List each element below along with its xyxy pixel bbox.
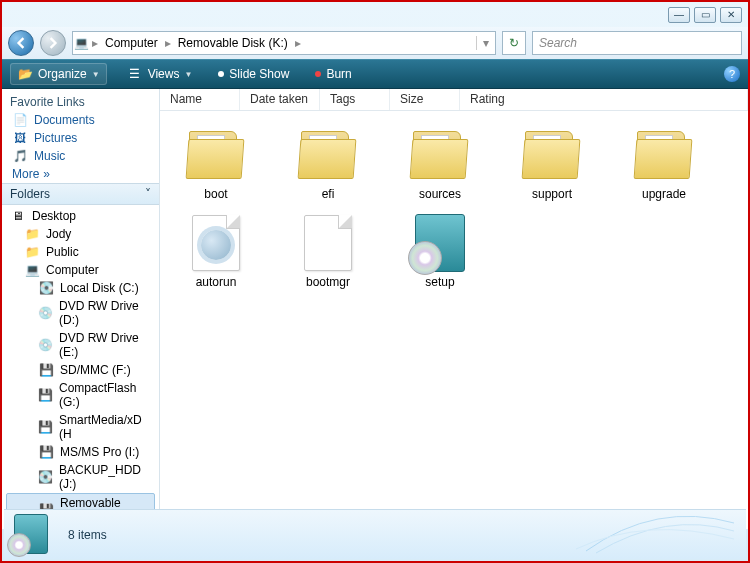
folder-item[interactable]: efi <box>282 123 374 201</box>
navigation-pane: Favorite Links 📄Documents🖼Pictures🎵Music… <box>2 89 160 529</box>
tree-icon: 💿 <box>38 306 53 320</box>
col-rating[interactable]: Rating <box>460 89 748 110</box>
tree-node[interactable]: 💽BACKUP_HDD (J:) <box>2 461 159 493</box>
col-tags[interactable]: Tags <box>320 89 390 110</box>
main: Favorite Links 📄Documents🖼Pictures🎵Music… <box>2 89 748 529</box>
toolbar: 📂 Organize▼ ☰ Views▼ Slide Show Burn ? <box>2 59 748 89</box>
organize-button[interactable]: 📂 Organize▼ <box>10 63 107 85</box>
col-size[interactable]: Size <box>390 89 460 110</box>
file-icon <box>293 211 363 275</box>
item-label: autorun <box>196 275 237 289</box>
status-count: 8 items <box>68 528 107 542</box>
column-headers: Name Date taken Tags Size Rating <box>160 89 748 111</box>
tree-icon: 📁 <box>24 227 40 241</box>
file-item[interactable]: setup <box>394 211 486 289</box>
tree-node[interactable]: 📁Public <box>2 243 159 261</box>
tree-icon: 💽 <box>38 470 53 484</box>
folder-icon <box>629 123 699 187</box>
folder-item[interactable]: support <box>506 123 598 201</box>
close-button[interactable]: ✕ <box>720 7 742 23</box>
item-label: sources <box>419 187 461 201</box>
folders-header[interactable]: Folders ˅ <box>2 183 159 205</box>
tree-icon: 💿 <box>38 338 53 352</box>
favorites-more[interactable]: More» <box>2 165 159 183</box>
breadcrumb-removable-disk[interactable]: Removable Disk (K:) <box>174 36 292 50</box>
favorite-link[interactable]: 🖼Pictures <box>2 129 159 147</box>
tree-node[interactable]: 💾SmartMedia/xD (H <box>2 411 159 443</box>
fav-icon: 🎵 <box>12 149 28 163</box>
decoration <box>576 511 736 555</box>
computer-icon: 💻 <box>73 36 89 50</box>
folder-item[interactable]: boot <box>170 123 262 201</box>
col-date[interactable]: Date taken <box>240 89 320 110</box>
tree-icon: 💾 <box>38 363 54 377</box>
titlebar: — ▭ ✕ <box>2 2 748 27</box>
favorites-header: Favorite Links <box>2 89 159 111</box>
item-label: support <box>532 187 572 201</box>
burn-icon <box>315 71 321 77</box>
status-thumb <box>14 514 56 556</box>
tree-node[interactable]: 💿DVD RW Drive (E:) <box>2 329 159 361</box>
file-grid: bootefisourcessupportupgradeautorunbootm… <box>160 111 748 529</box>
address-dropdown[interactable]: ▾ <box>476 36 495 50</box>
item-label: upgrade <box>642 187 686 201</box>
breadcrumb-computer[interactable]: Computer <box>101 36 162 50</box>
tree-node[interactable]: 🖥Desktop <box>2 207 159 225</box>
slideshow-icon <box>218 71 224 77</box>
refresh-button[interactable]: ↻ <box>502 31 526 55</box>
col-name[interactable]: Name <box>160 89 240 110</box>
tree-node[interactable]: 💾CompactFlash (G:) <box>2 379 159 411</box>
folder-icon <box>517 123 587 187</box>
item-label: bootmgr <box>306 275 350 289</box>
tree-icon: 💽 <box>38 281 54 295</box>
tree-icon: 💾 <box>38 388 53 402</box>
tree-icon: 💻 <box>24 263 40 277</box>
minimize-button[interactable]: — <box>668 7 690 23</box>
slideshow-button[interactable]: Slide Show <box>212 64 295 84</box>
chevron-down-icon: ˅ <box>145 187 151 201</box>
help-button[interactable]: ? <box>724 66 740 82</box>
folder-item[interactable]: upgrade <box>618 123 710 201</box>
views-button[interactable]: ☰ Views▼ <box>121 64 199 84</box>
tree-node[interactable]: 📁Jody <box>2 225 159 243</box>
item-label: boot <box>204 187 227 201</box>
setup-icon <box>405 211 475 275</box>
tree-icon: 🖥 <box>10 209 26 223</box>
tree-icon: 📁 <box>24 245 40 259</box>
file-item[interactable]: autorun <box>170 211 262 289</box>
folder-icon <box>405 123 475 187</box>
maximize-button[interactable]: ▭ <box>694 7 716 23</box>
organize-icon: 📂 <box>17 67 33 81</box>
search-input[interactable]: Search <box>532 31 742 55</box>
item-label: setup <box>425 275 454 289</box>
tree-node[interactable]: 💿DVD RW Drive (D:) <box>2 297 159 329</box>
folder-tree: 🖥Desktop📁Jody📁Public💻Computer💽Local Disk… <box>2 205 159 529</box>
fav-icon: 📄 <box>12 113 28 127</box>
status-bar: 8 items <box>4 509 746 559</box>
back-button[interactable] <box>8 30 34 56</box>
tree-icon: 💾 <box>38 445 54 459</box>
folder-icon <box>181 123 251 187</box>
folder-icon <box>293 123 363 187</box>
autorun-icon <box>181 211 251 275</box>
favorite-link[interactable]: 🎵Music <box>2 147 159 165</box>
address-bar[interactable]: 💻 ▸ Computer ▸ Removable Disk (K:) ▸ ▾ <box>72 31 496 55</box>
tree-node[interactable]: 💾MS/MS Pro (I:) <box>2 443 159 461</box>
navbar: 💻 ▸ Computer ▸ Removable Disk (K:) ▸ ▾ ↻… <box>2 27 748 59</box>
tree-icon: 💾 <box>38 420 53 434</box>
tree-node[interactable]: 💾SD/MMC (F:) <box>2 361 159 379</box>
folder-item[interactable]: sources <box>394 123 486 201</box>
file-item[interactable]: bootmgr <box>282 211 374 289</box>
burn-button[interactable]: Burn <box>309 64 357 84</box>
favorite-link[interactable]: 📄Documents <box>2 111 159 129</box>
views-icon: ☰ <box>127 67 143 81</box>
forward-button[interactable] <box>40 30 66 56</box>
tree-node[interactable]: 💽Local Disk (C:) <box>2 279 159 297</box>
breadcrumb-sep: ▸ <box>92 36 98 50</box>
item-label: efi <box>322 187 335 201</box>
tree-node[interactable]: 💻Computer <box>2 261 159 279</box>
fav-icon: 🖼 <box>12 131 28 145</box>
content-pane: Name Date taken Tags Size Rating bootefi… <box>160 89 748 529</box>
